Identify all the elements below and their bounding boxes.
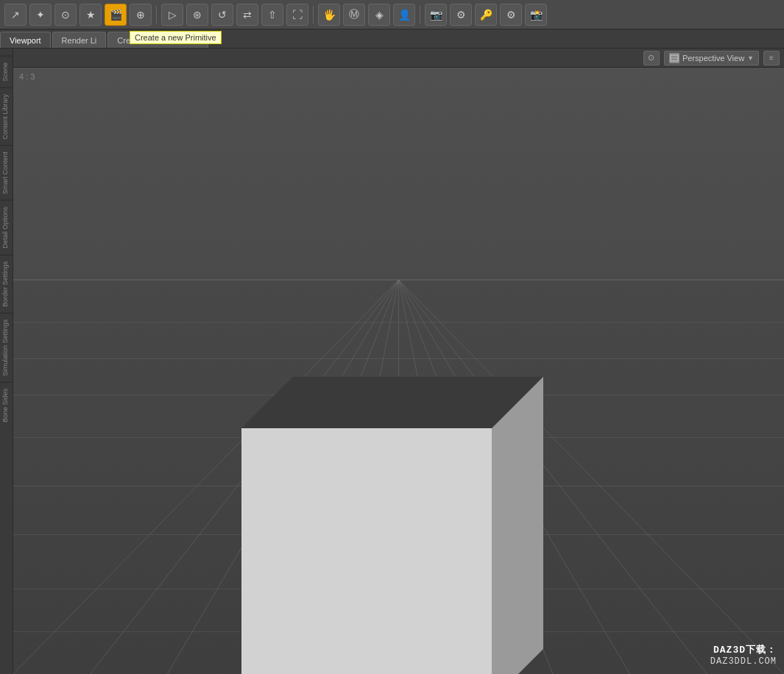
toolbar-btn-orbit-icon[interactable]: ⊛ bbox=[186, 4, 208, 26]
tab-tooltip: Create a new Primitive bbox=[130, 31, 222, 44]
toolbar-btn-pan-icon[interactable]: ⇄ bbox=[236, 4, 258, 26]
view-select-dropdown[interactable]: Perspective View ▼ bbox=[664, 51, 759, 65]
view-type-icon bbox=[669, 53, 679, 63]
main-toolbar: ↗✦⊙★🎬⊕▷⊛↺⇄⇧⛶🖐Ⓜ◈👤📷⚙🔑⚙📸 bbox=[0, 0, 784, 29]
toolbar-btn-transform-icon[interactable]: ↗ bbox=[4, 4, 27, 26]
toolbar-btn-camera-icon[interactable]: 📸 bbox=[525, 4, 547, 26]
svg-marker-24 bbox=[241, 428, 492, 674]
sidebar-item-bone-sides[interactable]: Bone Sides bbox=[0, 382, 13, 428]
svg-marker-26 bbox=[492, 377, 543, 674]
main-content: SceneContent LibrarySmart ContentDetail … bbox=[0, 49, 784, 674]
watermark-line2: DAZ3DDL.COM bbox=[710, 656, 777, 667]
svg-marker-25 bbox=[241, 377, 543, 428]
watermark: DAZ3D下载： DAZ3DDL.COM bbox=[710, 643, 777, 667]
sidebar-item-content-library[interactable]: Content Library bbox=[0, 88, 13, 146]
watermark-line1: DAZ3D下载： bbox=[710, 643, 777, 656]
toolbar-separator bbox=[156, 6, 157, 24]
toolbar-separator bbox=[420, 6, 420, 24]
toolbar-btn-move-icon[interactable]: ⇧ bbox=[261, 4, 283, 26]
sidebar-item-simulation-settings[interactable]: Simulation Settings bbox=[0, 313, 13, 382]
toolbar-btn-target-icon[interactable]: ⊕ bbox=[130, 4, 152, 26]
toolbar-btn-figure-icon[interactable]: 👤 bbox=[393, 4, 415, 26]
viewport-settings-btn[interactable]: ⊙ bbox=[643, 51, 660, 65]
aspect-ratio-label: 4 : 3 bbox=[19, 72, 35, 81]
viewport-header: ⊙ Perspective View ▼ ≡ bbox=[13, 49, 784, 68]
sidebar-item-scene[interactable]: Scene bbox=[0, 56, 13, 88]
toolbar-btn-primitive-icon[interactable]: 🎬 bbox=[105, 4, 127, 26]
tab-bar: Viewport Render Li Create a new Primitiv… bbox=[0, 29, 784, 49]
toolbar-btn-active-pose-icon[interactable]: ✦ bbox=[29, 4, 52, 26]
toolbar-btn-settings-icon[interactable]: ⚙ bbox=[450, 4, 472, 26]
toolbar-btn-bone-icon[interactable]: ◈ bbox=[368, 4, 390, 26]
viewport-menu-btn[interactable]: ≡ bbox=[763, 51, 780, 65]
toolbar-btn-render-settings-icon[interactable]: 📷 bbox=[425, 4, 447, 26]
toolbar-btn-rotate-icon[interactable]: ↺ bbox=[211, 4, 233, 26]
view-label: Perspective View bbox=[682, 54, 744, 63]
toolbar-btn-keyframe-icon[interactable]: ★ bbox=[80, 4, 102, 26]
tab-render[interactable]: Render Li bbox=[52, 32, 107, 48]
sidebar-item-detail-options[interactable]: Detail Options bbox=[0, 200, 13, 255]
toolbar-btn-hand-icon[interactable]: 🖐 bbox=[318, 4, 340, 26]
toolbar-btn-select-icon[interactable]: ▷ bbox=[161, 4, 183, 26]
tab-viewport[interactable]: Viewport bbox=[0, 32, 51, 48]
grid-overlay bbox=[13, 68, 784, 674]
sidebar-item-border-settings[interactable]: Border Settings bbox=[0, 255, 13, 313]
viewport-container: ⊙ Perspective View ▼ ≡ 4 : 3 bbox=[13, 49, 784, 674]
toolbar-separator bbox=[313, 6, 314, 24]
toolbar-btn-timeline-icon[interactable]: ⊙ bbox=[54, 4, 77, 26]
toolbar-btn-key-icon[interactable]: 🔑 bbox=[475, 4, 497, 26]
toolbar-btn-morph-icon[interactable]: Ⓜ bbox=[343, 4, 365, 26]
toolbar-btn-scale-icon[interactable]: ⛶ bbox=[286, 4, 308, 26]
sidebar-item-smart-content[interactable]: Smart Content bbox=[0, 145, 13, 200]
3d-viewport[interactable]: 4 : 3 bbox=[13, 68, 784, 674]
svg-rect-2 bbox=[13, 68, 784, 280]
toolbar-btn-gear-icon[interactable]: ⚙ bbox=[500, 4, 522, 26]
dropdown-arrow: ▼ bbox=[747, 54, 754, 62]
left-sidebar: SceneContent LibrarySmart ContentDetail … bbox=[0, 49, 13, 674]
